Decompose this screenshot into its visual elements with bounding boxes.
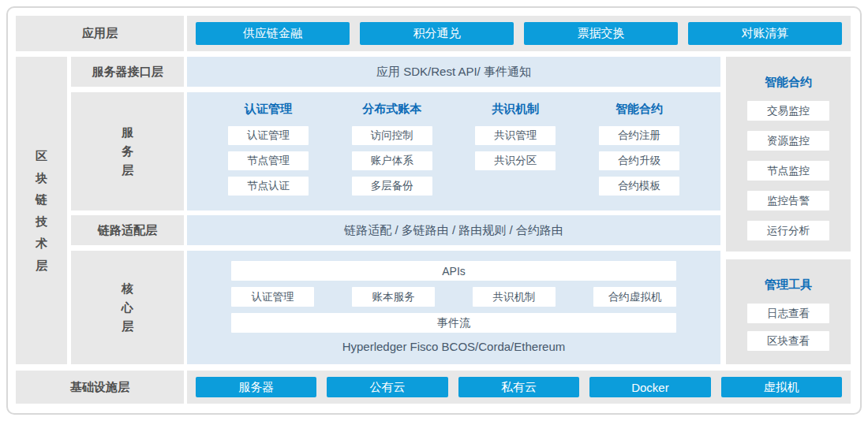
architecture-diagram: 应用层 供应链金融 积分通兑 票据交换 对账清算 区块链技术层 服务器接口层 服… — [0, 0, 868, 421]
infra-node-private-cloud: 私有云 — [458, 377, 579, 397]
blockchain-tech-layer-label: 区块链技术层 — [36, 145, 47, 277]
monitor-node: 节点监控 — [747, 161, 829, 181]
infra-node-server: 服务器 — [196, 377, 316, 397]
application-layer-row: 应用层 供应链金融 积分通兑 票据交换 对账清算 — [16, 16, 851, 51]
tool-node: 区块查看 — [747, 331, 829, 351]
infra-node-vm: 虚拟机 — [721, 377, 842, 397]
application-layer-label: 应用层 — [16, 16, 184, 51]
blockchain-tech-layer-rail: 区块链技术层 — [16, 57, 67, 364]
service-layer-label: 服务层 — [71, 92, 184, 210]
service-node: 合约模板 — [599, 177, 679, 196]
adapter-layer-label: 链路适配层 — [71, 215, 184, 245]
service-node: 共识管理 — [475, 126, 556, 145]
link-adapter-row: 链路适配 / 多链路由 / 路由规则 / 合约路由 — [187, 215, 720, 245]
core-node-auth: 认证管理 — [231, 287, 314, 307]
main-content-column: 应用 SDK/Rest API/ 事件通知 认证管理 认证管理 节点管理 节点认… — [187, 57, 720, 364]
infra-node-docker: Docker — [589, 377, 710, 397]
service-col-title: 分布式账本 — [362, 102, 421, 119]
smart-contract-monitor-panel: 智能合约 交易监控 资源监控 节点监控 监控告警 运行分析 — [726, 57, 851, 251]
service-node: 访问控制 — [352, 126, 432, 145]
service-col-title: 认证管理 — [245, 102, 292, 119]
service-col-title: 共识机制 — [492, 102, 539, 119]
service-col-smart-contract: 智能合约 合约注册 合约升级 合约模板 — [599, 102, 679, 210]
core-layer-panel: APIs 认证管理 账本服务 共识机制 合约虚拟机 事件流 Hyperledge… — [187, 251, 720, 364]
service-node: 认证管理 — [228, 126, 309, 145]
service-node: 合约注册 — [599, 126, 679, 145]
infrastructure-layer-label: 基础设施层 — [16, 371, 184, 404]
tool-node: 日志查看 — [747, 304, 829, 323]
service-node: 合约升级 — [599, 151, 679, 170]
management-tools-panel: 管理工具 日志查看 区块查看 — [726, 259, 851, 364]
service-node: 共识分区 — [475, 151, 556, 170]
monitor-node: 监控告警 — [747, 191, 829, 210]
right-panel-column: 智能合约 交易监控 资源监控 节点监控 监控告警 运行分析 管理工具 日志查看 … — [726, 57, 851, 364]
app-node-reconciliation: 对账清算 — [688, 22, 842, 45]
monitor-node: 运行分析 — [747, 221, 829, 240]
application-button-strip: 供应链金融 积分通兑 票据交换 对账清算 — [187, 16, 851, 51]
service-col-title: 智能合约 — [615, 102, 663, 119]
core-node-row: 认证管理 账本服务 共识机制 合约虚拟机 — [231, 287, 676, 307]
core-node-ledger: 账本服务 — [352, 287, 435, 307]
sdk-api-row: 应用 SDK/Rest API/ 事件通知 — [187, 57, 720, 87]
service-layer-panel: 认证管理 认证管理 节点管理 节点认证 分布式账本 访问控制 账户体系 多层备份… — [187, 92, 720, 210]
infrastructure-button-strip: 服务器 公有云 私有云 Docker 虚拟机 — [187, 371, 851, 404]
monitor-node: 交易监控 — [747, 101, 829, 121]
service-col-consensus: 共识机制 共识管理 共识分区 — [475, 102, 556, 210]
panel-title: 管理工具 — [765, 278, 812, 292]
service-col-auth: 认证管理 认证管理 节点管理 节点认证 — [228, 102, 309, 210]
layer-label-column: 服务器接口层 服务层 链路适配层 核心层 — [71, 57, 184, 364]
app-node-points-exchange: 积分通兑 — [360, 22, 514, 45]
core-layer-label: 核心层 — [71, 251, 184, 364]
core-platforms-text: Hyperledger Fisco BCOS/Corda/Ethereum — [342, 340, 566, 353]
service-node: 多层备份 — [352, 177, 432, 196]
core-node-consensus: 共识机制 — [473, 287, 556, 307]
monitor-node: 资源监控 — [747, 131, 829, 151]
service-node: 账户体系 — [352, 151, 432, 170]
interface-layer-label: 服务器接口层 — [71, 57, 184, 87]
service-node: 节点认证 — [228, 177, 309, 196]
core-node-contract-vm: 合约虚拟机 — [593, 287, 676, 307]
infra-node-public-cloud: 公有云 — [327, 377, 447, 397]
service-col-ledger: 分布式账本 访问控制 账户体系 多层备份 — [352, 102, 432, 210]
infrastructure-layer-row: 基础设施层 服务器 公有云 私有云 Docker 虚拟机 — [16, 371, 851, 404]
app-node-bill-exchange: 票据交换 — [524, 22, 678, 45]
app-node-supply-chain-finance: 供应链金融 — [196, 22, 350, 45]
event-stream-bar: 事件流 — [231, 313, 676, 333]
apis-bar: APIs — [231, 261, 676, 281]
service-node: 节点管理 — [228, 151, 309, 170]
panel-title: 智能合约 — [765, 75, 812, 90]
